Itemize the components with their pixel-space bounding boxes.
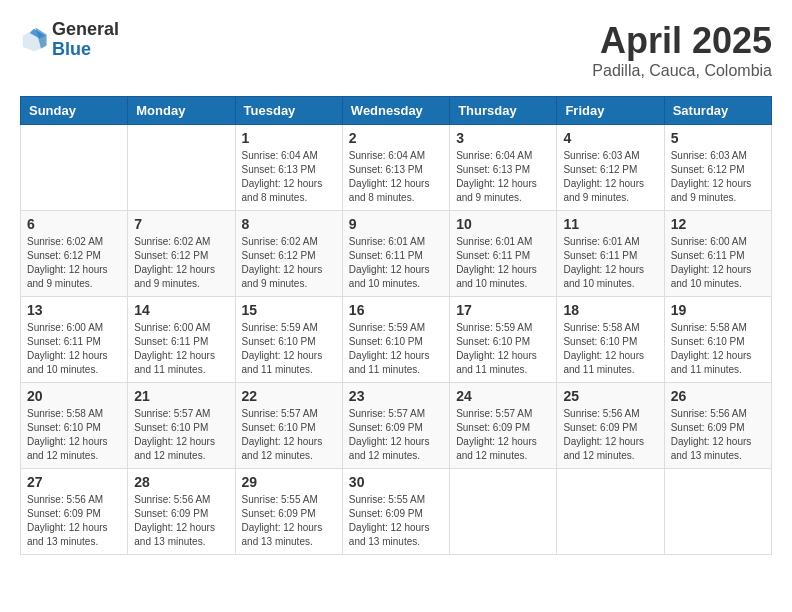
day-number: 19 [671,302,765,318]
day-number: 6 [27,216,121,232]
calendar-cell: 23Sunrise: 5:57 AM Sunset: 6:09 PM Dayli… [342,383,449,469]
weekday-header: Tuesday [235,97,342,125]
calendar-cell: 1Sunrise: 6:04 AM Sunset: 6:13 PM Daylig… [235,125,342,211]
calendar-table: SundayMondayTuesdayWednesdayThursdayFrid… [20,96,772,555]
day-info: Sunrise: 5:59 AM Sunset: 6:10 PM Dayligh… [242,321,336,377]
day-number: 10 [456,216,550,232]
day-info: Sunrise: 5:59 AM Sunset: 6:10 PM Dayligh… [456,321,550,377]
day-info: Sunrise: 6:02 AM Sunset: 6:12 PM Dayligh… [134,235,228,291]
day-info: Sunrise: 6:01 AM Sunset: 6:11 PM Dayligh… [456,235,550,291]
day-number: 21 [134,388,228,404]
calendar-cell: 28Sunrise: 5:56 AM Sunset: 6:09 PM Dayli… [128,469,235,555]
day-number: 1 [242,130,336,146]
weekday-header: Wednesday [342,97,449,125]
calendar-week-row: 1Sunrise: 6:04 AM Sunset: 6:13 PM Daylig… [21,125,772,211]
day-info: Sunrise: 6:04 AM Sunset: 6:13 PM Dayligh… [242,149,336,205]
day-info: Sunrise: 5:56 AM Sunset: 6:09 PM Dayligh… [27,493,121,549]
calendar-cell [557,469,664,555]
day-number: 5 [671,130,765,146]
calendar-cell: 7Sunrise: 6:02 AM Sunset: 6:12 PM Daylig… [128,211,235,297]
day-number: 16 [349,302,443,318]
calendar-cell: 29Sunrise: 5:55 AM Sunset: 6:09 PM Dayli… [235,469,342,555]
day-info: Sunrise: 5:57 AM Sunset: 6:10 PM Dayligh… [134,407,228,463]
day-number: 13 [27,302,121,318]
calendar-cell: 2Sunrise: 6:04 AM Sunset: 6:13 PM Daylig… [342,125,449,211]
calendar-cell: 13Sunrise: 6:00 AM Sunset: 6:11 PM Dayli… [21,297,128,383]
day-info: Sunrise: 5:57 AM Sunset: 6:09 PM Dayligh… [456,407,550,463]
calendar-cell: 19Sunrise: 5:58 AM Sunset: 6:10 PM Dayli… [664,297,771,383]
weekday-header: Saturday [664,97,771,125]
day-info: Sunrise: 5:55 AM Sunset: 6:09 PM Dayligh… [242,493,336,549]
title-block: April 2025 Padilla, Cauca, Colombia [592,20,772,80]
day-info: Sunrise: 5:56 AM Sunset: 6:09 PM Dayligh… [134,493,228,549]
day-info: Sunrise: 5:56 AM Sunset: 6:09 PM Dayligh… [671,407,765,463]
calendar-week-row: 27Sunrise: 5:56 AM Sunset: 6:09 PM Dayli… [21,469,772,555]
calendar-cell: 25Sunrise: 5:56 AM Sunset: 6:09 PM Dayli… [557,383,664,469]
calendar-cell [21,125,128,211]
calendar-cell: 3Sunrise: 6:04 AM Sunset: 6:13 PM Daylig… [450,125,557,211]
day-number: 9 [349,216,443,232]
day-number: 23 [349,388,443,404]
day-number: 3 [456,130,550,146]
day-number: 18 [563,302,657,318]
calendar-cell: 14Sunrise: 6:00 AM Sunset: 6:11 PM Dayli… [128,297,235,383]
location-title: Padilla, Cauca, Colombia [592,62,772,80]
day-number: 11 [563,216,657,232]
day-info: Sunrise: 5:57 AM Sunset: 6:10 PM Dayligh… [242,407,336,463]
logo-text: General Blue [52,20,119,60]
day-info: Sunrise: 6:00 AM Sunset: 6:11 PM Dayligh… [27,321,121,377]
day-number: 27 [27,474,121,490]
day-number: 26 [671,388,765,404]
weekday-header: Thursday [450,97,557,125]
calendar-cell: 17Sunrise: 5:59 AM Sunset: 6:10 PM Dayli… [450,297,557,383]
calendar-cell: 4Sunrise: 6:03 AM Sunset: 6:12 PM Daylig… [557,125,664,211]
logo-blue-text: Blue [52,40,119,60]
month-title: April 2025 [592,20,772,62]
calendar-cell: 12Sunrise: 6:00 AM Sunset: 6:11 PM Dayli… [664,211,771,297]
day-number: 30 [349,474,443,490]
day-number: 20 [27,388,121,404]
day-info: Sunrise: 5:58 AM Sunset: 6:10 PM Dayligh… [563,321,657,377]
calendar-week-row: 13Sunrise: 6:00 AM Sunset: 6:11 PM Dayli… [21,297,772,383]
day-number: 4 [563,130,657,146]
calendar-cell: 15Sunrise: 5:59 AM Sunset: 6:10 PM Dayli… [235,297,342,383]
day-number: 7 [134,216,228,232]
calendar-cell: 8Sunrise: 6:02 AM Sunset: 6:12 PM Daylig… [235,211,342,297]
calendar-cell [664,469,771,555]
day-number: 28 [134,474,228,490]
day-info: Sunrise: 5:55 AM Sunset: 6:09 PM Dayligh… [349,493,443,549]
day-number: 22 [242,388,336,404]
day-number: 2 [349,130,443,146]
calendar-cell: 11Sunrise: 6:01 AM Sunset: 6:11 PM Dayli… [557,211,664,297]
logo-general-text: General [52,20,119,40]
calendar-header-row: SundayMondayTuesdayWednesdayThursdayFrid… [21,97,772,125]
day-number: 14 [134,302,228,318]
day-number: 15 [242,302,336,318]
calendar-cell: 26Sunrise: 5:56 AM Sunset: 6:09 PM Dayli… [664,383,771,469]
day-info: Sunrise: 6:03 AM Sunset: 6:12 PM Dayligh… [671,149,765,205]
day-info: Sunrise: 6:03 AM Sunset: 6:12 PM Dayligh… [563,149,657,205]
day-info: Sunrise: 5:56 AM Sunset: 6:09 PM Dayligh… [563,407,657,463]
calendar-cell: 20Sunrise: 5:58 AM Sunset: 6:10 PM Dayli… [21,383,128,469]
calendar-cell: 5Sunrise: 6:03 AM Sunset: 6:12 PM Daylig… [664,125,771,211]
day-number: 24 [456,388,550,404]
weekday-header: Friday [557,97,664,125]
calendar-week-row: 6Sunrise: 6:02 AM Sunset: 6:12 PM Daylig… [21,211,772,297]
calendar-cell: 24Sunrise: 5:57 AM Sunset: 6:09 PM Dayli… [450,383,557,469]
calendar-cell [450,469,557,555]
day-info: Sunrise: 6:04 AM Sunset: 6:13 PM Dayligh… [456,149,550,205]
day-info: Sunrise: 6:00 AM Sunset: 6:11 PM Dayligh… [671,235,765,291]
day-info: Sunrise: 6:04 AM Sunset: 6:13 PM Dayligh… [349,149,443,205]
weekday-header: Sunday [21,97,128,125]
day-info: Sunrise: 6:01 AM Sunset: 6:11 PM Dayligh… [563,235,657,291]
calendar-cell: 18Sunrise: 5:58 AM Sunset: 6:10 PM Dayli… [557,297,664,383]
calendar-cell: 9Sunrise: 6:01 AM Sunset: 6:11 PM Daylig… [342,211,449,297]
calendar-cell: 22Sunrise: 5:57 AM Sunset: 6:10 PM Dayli… [235,383,342,469]
day-info: Sunrise: 5:58 AM Sunset: 6:10 PM Dayligh… [27,407,121,463]
day-info: Sunrise: 5:59 AM Sunset: 6:10 PM Dayligh… [349,321,443,377]
day-info: Sunrise: 6:02 AM Sunset: 6:12 PM Dayligh… [27,235,121,291]
calendar-cell: 16Sunrise: 5:59 AM Sunset: 6:10 PM Dayli… [342,297,449,383]
calendar-cell: 10Sunrise: 6:01 AM Sunset: 6:11 PM Dayli… [450,211,557,297]
day-info: Sunrise: 6:01 AM Sunset: 6:11 PM Dayligh… [349,235,443,291]
calendar-week-row: 20Sunrise: 5:58 AM Sunset: 6:10 PM Dayli… [21,383,772,469]
